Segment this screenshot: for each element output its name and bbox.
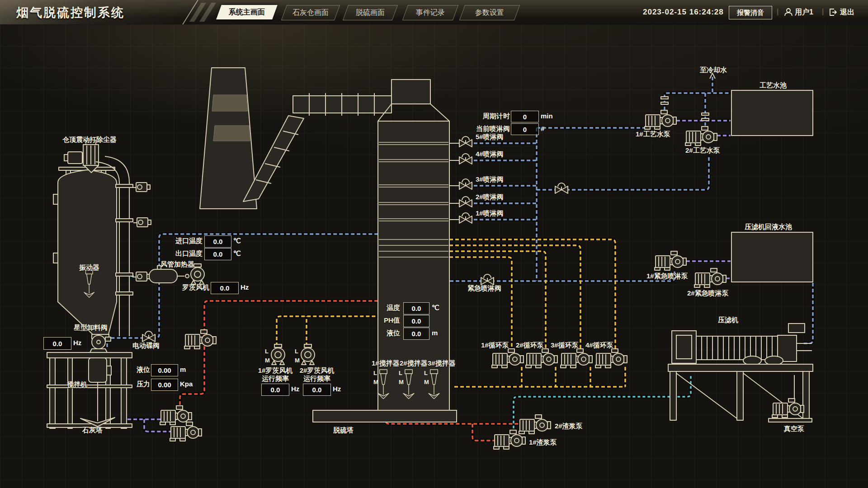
blower2-sub: 运行频率 <box>299 375 335 383</box>
tower-level-box: 0.0 <box>403 328 429 340</box>
spray-valve-3[interactable] <box>459 179 472 189</box>
scada-main-screen: 烟气脱硫控制系统 系统主画面 石灰仓画面 脱硫画面 事件记录 参数设置 2023… <box>0 0 868 488</box>
flue-duct <box>243 93 392 202</box>
spray-valve-4[interactable] <box>459 154 472 164</box>
spray-valve-5-label: 5#喷淋阀 <box>476 133 504 141</box>
vacuum-pump-label: 真空泵 <box>784 425 804 433</box>
blower2-m: M <box>295 357 300 364</box>
tower-ph-label: PH值 <box>384 316 400 325</box>
butterfly-valve-label: 电动碟阀 <box>132 342 160 350</box>
lime-level-box: 0.00 <box>151 364 178 376</box>
circulation-pump-4[interactable] <box>595 349 627 368</box>
agitator-1-l: L <box>373 370 377 376</box>
spray-valve-stubs <box>449 143 459 220</box>
inlet-temp-box: 0.0 <box>204 235 231 248</box>
spray-valve-5[interactable] <box>459 136 472 147</box>
spray-valve-1-label: 1#喷淋阀 <box>476 209 504 218</box>
spray-valve-4-label: 4#喷淋阀 <box>476 150 504 159</box>
lime-mixer-label: 搅拌机 <box>67 380 87 389</box>
heater-inlet-sensor[interactable] <box>132 272 150 281</box>
blower1-l: L <box>265 348 269 355</box>
lime-slurry-pump-upper[interactable] <box>184 330 216 349</box>
lime-tower-label: 石灰塔 <box>82 426 103 435</box>
roots-blower-2[interactable] <box>301 344 315 365</box>
lime-mixing-tank[interactable] <box>47 352 132 428</box>
circ-pump-4-label: 4#循环泵 <box>585 341 613 350</box>
blower2-l: L <box>295 348 298 355</box>
cycle-timer-unit: min <box>541 112 553 120</box>
circulation-pump-1[interactable] <box>492 349 524 368</box>
tower-level-label: 液位 <box>387 329 400 338</box>
process-pool-label: 工艺水池 <box>760 81 787 90</box>
agitator-1-label: 1#搅拌器 <box>372 359 400 368</box>
circulation-pump-2[interactable] <box>526 349 557 368</box>
outlet-temp-box: 0.0 <box>204 248 231 260</box>
emergency-valve-label: 紧急喷淋阀 <box>467 284 501 293</box>
inlet-temp-label: 进口温度 <box>175 237 203 245</box>
outlet-temp-unit: ℃ <box>233 249 241 258</box>
silo-level-sensor-2[interactable] <box>133 218 151 227</box>
silo-dust-remover-label: 仓顶震动打除尘器 <box>62 136 117 144</box>
roots-fan-label: 罗茨风机 <box>182 283 209 292</box>
heater-label: 风管加热器 <box>160 260 194 269</box>
slurry-pump-1-label: 1#渣浆泵 <box>529 438 557 447</box>
agitator-2-label: 2#搅拌器 <box>400 359 428 368</box>
lime-silo[interactable] <box>53 167 117 339</box>
circ-pump-1-label: 1#循环泵 <box>481 341 509 350</box>
circulation-pump-3[interactable] <box>561 349 592 368</box>
agitator-2-m: M <box>399 379 404 385</box>
lime-level-unit: m <box>180 366 186 373</box>
inlet-temp-unit: ℃ <box>233 237 241 245</box>
emergency-pump-1-label: 1#紧急喷淋泵 <box>646 272 688 281</box>
emergency-pump-2-label: 2#紧急喷淋泵 <box>687 289 729 298</box>
spray-valve-1[interactable] <box>459 213 472 223</box>
blower2-freq-unit: Hz <box>333 385 341 393</box>
return-pool-label: 压滤机回液水池 <box>745 223 792 231</box>
roots-blower-1[interactable] <box>271 344 285 365</box>
agitator-3-l: L <box>424 370 428 376</box>
blower1-freq-unit: Hz <box>291 385 299 393</box>
tower-level-unit: m <box>432 329 438 337</box>
agitator-3-label: 3#搅拌器 <box>428 359 456 368</box>
chimney <box>200 68 257 209</box>
blower1-m: M <box>265 357 270 364</box>
filter-return-pool <box>731 232 813 282</box>
star-valve-freq-box: 0.0 <box>43 337 71 350</box>
agitator-2-l: L <box>399 370 402 376</box>
blower1-name: 1#罗茨风机 <box>258 366 293 375</box>
circ-pump-3-label: 3#循环泵 <box>551 341 579 350</box>
cycle-timer-label: 周期计时 <box>483 112 510 121</box>
vibrator-label: 振动器 <box>79 263 99 272</box>
slurry-pump-2-label: 2#渣浆泵 <box>555 422 583 431</box>
blower2-freq-box: 0.0 <box>303 384 331 396</box>
tower-name-label: 脱硫塔 <box>333 426 354 435</box>
current-spray-box: 0 <box>511 123 539 135</box>
process-water-pump-2[interactable] <box>685 127 717 145</box>
spray-valve-3-label: 3#喷淋阀 <box>476 175 504 184</box>
tower-temp-box: 0.0 <box>403 302 429 314</box>
spray-valve-2[interactable] <box>459 197 472 207</box>
emergency-spray-valve[interactable] <box>481 274 494 285</box>
circ-pump-2-label: 2#循环泵 <box>516 341 544 350</box>
blower1-sub: 运行频率 <box>258 375 293 383</box>
to-cooling-label: 至冷却水 <box>700 66 727 75</box>
roots-fan-box: 0.0 <box>211 282 239 294</box>
star-valve-freq-unit: Hz <box>73 339 81 347</box>
process-water-pool <box>731 90 813 136</box>
lime-pressure-box: 0.00 <box>151 379 178 391</box>
emergency-spray-pump-1[interactable] <box>655 251 686 270</box>
silo-level-sensor-1[interactable] <box>132 183 150 192</box>
vacuum-pump-icon[interactable] <box>772 399 804 418</box>
process-pump-1-label: 1#工艺水泵 <box>636 130 670 139</box>
spray-valve-2-label: 2#喷淋阀 <box>476 193 504 202</box>
tower-ph-box: 0.0 <box>403 315 429 327</box>
blower2-name: 2#罗茨风机 <box>299 366 335 375</box>
process-water-valve[interactable] <box>555 183 568 193</box>
electric-butterfly-valve[interactable] <box>142 331 155 342</box>
slurry-pump-2[interactable] <box>519 415 551 434</box>
emergency-spray-pump-2[interactable] <box>694 268 726 287</box>
process-water-pump-1[interactable] <box>645 110 676 129</box>
agitator-3-m: M <box>424 379 429 385</box>
lime-level-label: 液位 <box>137 366 150 374</box>
tower-temp-unit: ℃ <box>432 304 439 312</box>
